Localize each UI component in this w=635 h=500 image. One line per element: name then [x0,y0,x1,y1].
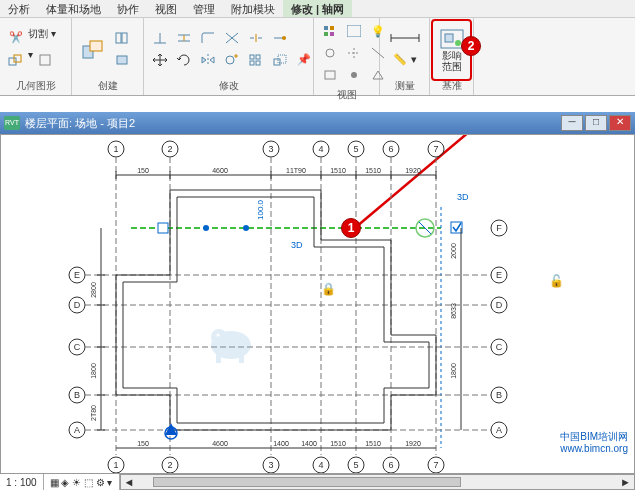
svg-text:D: D [496,300,503,310]
zoom-control[interactable]: 1 : 100 [0,474,44,490]
measure-icon[interactable]: 📏 ▾ [385,50,425,70]
modify-align-icon[interactable] [149,28,171,48]
tab-modify-grid[interactable]: 修改 | 轴网 [283,0,352,17]
svg-rect-17 [330,26,334,30]
svg-text:1510: 1510 [365,167,381,174]
svg-rect-19 [330,32,334,36]
svg-rect-18 [324,32,328,36]
svg-rect-14 [274,59,280,65]
rvt-file-icon: RVT [4,116,20,130]
svg-text:F: F [496,223,502,233]
svg-text:6: 6 [388,460,393,470]
svg-rect-4 [90,41,102,51]
lock-icon-1[interactable]: 🔒 [321,281,336,296]
modify-extend-icon[interactable] [269,28,291,48]
tab-manage[interactable]: 管理 [185,0,223,17]
svg-text:2800: 2800 [90,282,97,298]
view-btn-2[interactable] [343,21,365,41]
modify-offset-icon[interactable] [173,28,195,48]
tab-addin[interactable]: 附加模块 [223,0,283,17]
horizontal-scrollbar[interactable]: ◄► [120,474,636,490]
svg-text:1510: 1510 [365,440,381,447]
group-label-measure: 测量 [384,77,425,93]
svg-rect-20 [347,25,361,37]
view-btn-8[interactable] [343,65,365,85]
rotate-icon[interactable] [173,50,195,70]
svg-rect-16 [324,26,328,30]
scale-icon[interactable] [269,50,291,70]
svg-text:1920: 1920 [405,440,421,447]
svg-text:B: B [496,390,502,400]
move-icon[interactable] [149,50,171,70]
geom-icon[interactable] [34,50,56,70]
ribbon-tabs: 分析 体量和场地 协作 视图 管理 附加模块 修改 | 轴网 [0,0,635,18]
tab-analysis[interactable]: 分析 [0,0,38,17]
pin-icon[interactable]: 📌 [293,50,315,70]
tab-massing[interactable]: 体量和场地 [38,0,109,17]
svg-point-137 [217,334,220,337]
drawing-canvas[interactable]: 1 2 3 4 5 6 7 [0,134,635,474]
modify-corner-icon[interactable] [197,28,219,48]
svg-point-134 [211,329,227,345]
close-button[interactable]: ✕ [609,115,631,131]
group-label-view: 视图 [318,86,375,102]
create-btn-2[interactable] [111,50,133,70]
svg-text:C: C [496,342,503,352]
view-btn-7[interactable] [319,65,341,85]
svg-rect-13 [256,61,260,65]
modify-trim-icon[interactable] [221,28,243,48]
minimize-button[interactable]: ─ [561,115,583,131]
measure-dim-icon[interactable] [385,28,425,48]
svg-text:1800: 1800 [450,363,457,379]
modify-split-icon[interactable] [245,28,267,48]
watermark-text: 中国BIM培训网 www.bimcn.org [560,431,628,455]
svg-point-68 [203,225,209,231]
svg-text:7: 7 [433,460,438,470]
view-btn-5[interactable] [343,43,365,63]
svg-text:1510: 1510 [330,167,346,174]
svg-point-69 [243,225,249,231]
svg-point-26 [455,40,461,46]
cut-icon[interactable]: ✂️ [5,28,27,48]
svg-text:6: 6 [388,144,393,154]
svg-text:4600: 4600 [212,167,228,174]
svg-text:4: 4 [318,460,323,470]
copy-icon[interactable] [221,50,243,70]
svg-text:150: 150 [137,440,149,447]
group-label-create: 创建 [76,77,139,93]
lock-icon-2[interactable]: 🔓 [549,273,564,288]
svg-rect-6 [122,33,127,43]
svg-text:5: 5 [353,144,358,154]
svg-text:11T90: 11T90 [286,167,306,174]
svg-rect-5 [116,33,121,43]
join-icon[interactable] [5,50,27,70]
ribbon-toolbar: ✂️ 切割 ▾ ▾ 几何图形 创建 [0,18,635,96]
svg-text:1400: 1400 [273,440,289,447]
svg-text:A: A [496,425,502,435]
mirror-icon[interactable] [197,50,219,70]
array-icon[interactable] [245,50,267,70]
svg-text:3: 3 [268,460,273,470]
svg-text:7: 7 [433,144,438,154]
tab-collab[interactable]: 协作 [109,0,147,17]
svg-text:150: 150 [137,167,149,174]
svg-point-23 [351,72,357,78]
svg-text:2T80: 2T80 [90,405,97,421]
view-btn-1[interactable] [319,21,341,41]
tab-view[interactable]: 视图 [147,0,185,17]
elevation-marker[interactable] [165,423,177,439]
create-btn-1[interactable] [111,28,133,48]
svg-text:1800: 1800 [90,363,97,379]
view-btn-4[interactable] [319,43,341,63]
create-icon[interactable] [76,27,110,71]
svg-text:100.0: 100.0 [256,199,265,220]
document-window: RVT 楼层平面: 场地 - 项目2 ─ □ ✕ 1 2 3 4 5 6 7 [0,112,635,490]
maximize-button[interactable]: □ [585,115,607,131]
group-label-geom: 几何图形 [4,77,67,93]
svg-text:5: 5 [353,460,358,470]
view-control-icons[interactable]: ▦ ◈ ☀ ⬚ ⚙ ▾ [44,474,120,490]
grid-visibility-checkbox[interactable] [451,222,462,233]
svg-point-8 [282,36,286,40]
svg-text:1510: 1510 [330,440,346,447]
svg-rect-22 [325,71,335,79]
